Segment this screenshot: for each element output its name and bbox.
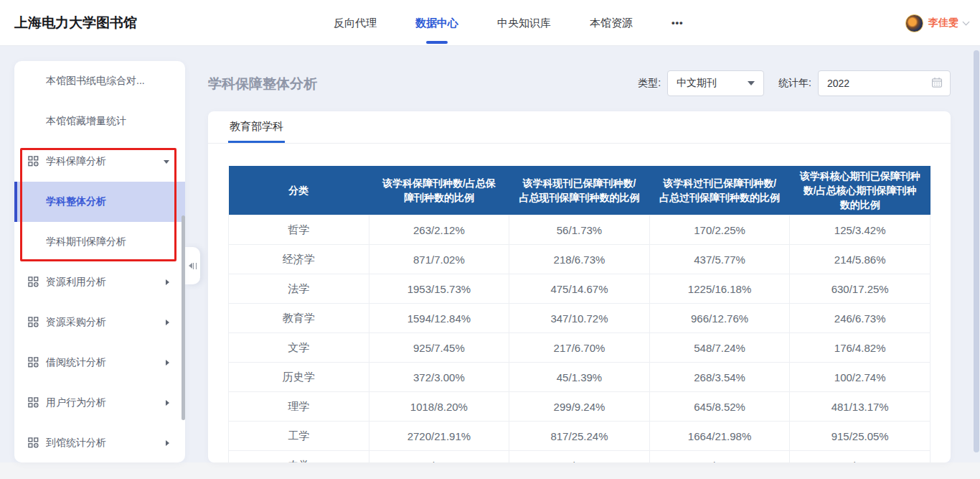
value-cell: 355/4.69% [649,451,790,463]
column-header: 该学科现刊已保障刊种数/占总现刊保障刊种数的比例 [509,166,650,215]
grid-icon [28,357,39,370]
sidebar-item[interactable]: 本馆图书纸电综合对... [14,61,185,101]
value-cell: 630/17.25% [790,274,930,304]
nav-item[interactable]: ••• [652,0,703,46]
value-cell: 645/8.52% [649,392,790,422]
grid-icon [28,437,39,450]
app-title: 上海电力大学图书馆 [14,0,137,46]
nav-item[interactable]: 数据中心 [396,0,478,46]
value-cell: 176/4.82% [790,333,930,363]
value-cell: 548/7.24% [649,333,790,363]
caret-right-icon [166,400,169,406]
value-cell: 268/3.54% [649,363,790,392]
sidebar-item-label: 用户行为分析 [46,396,106,409]
sidebar-item-label: 本馆馆藏增量统计 [46,115,126,128]
caret-right-icon [166,440,169,446]
value-cell: 1225/16.18% [649,274,790,304]
sidebar-scrollbar[interactable] [182,215,185,420]
sidebar-item[interactable]: 学科期刊保障分析 [14,222,185,262]
tab-bar: 教育部学科 [208,111,951,144]
table-row: 工学2720/21.91%817/25.24%1664/21.98%915/25… [229,422,930,451]
type-select[interactable]: 中文期刊 [667,70,764,96]
caret-down-icon [748,81,755,85]
chevron-down-icon [963,18,970,25]
nav-item[interactable]: 中央知识库 [478,0,570,46]
nav-item-label: 本馆资源 [590,17,633,29]
value-cell: 2720/21.91% [369,422,509,451]
category-cell: 经济学 [229,245,369,274]
category-cell: 理学 [229,392,369,422]
sidebar-item[interactable]: 借阅统计分析 [14,343,185,383]
table-header-row: 分类该学科保障刊种数/占总保障刊种数的比例该学科现刊已保障刊种数/占总现刊保障刊… [229,166,930,215]
nav-item-label: 数据中心 [415,17,458,29]
value-cell: 1664/21.98% [649,422,790,451]
value-cell: 231/7.14% [509,451,650,463]
sidebar-item[interactable]: 资源采购分析 [14,302,185,343]
nav-item-label: ••• [672,17,684,28]
sidebar-item[interactable]: 用户行为分析 [14,383,185,423]
nav-item-label: 中央知识库 [497,17,551,29]
sidebar-item-label: 资源采购分析 [46,316,106,329]
sidebar-item[interactable]: 资源利用分析 [14,262,185,302]
content-card: 教育部学科 分类该学科保障刊种数/占总保障刊种数的比例该学科现刊已保障刊种数/占… [208,111,951,462]
value-cell: 871/7.02% [369,245,509,274]
value-cell: 246/6.73% [790,304,930,333]
sidebar-item[interactable]: 学科保障分析 [14,141,185,182]
value-cell: 925/7.45% [369,333,509,363]
sidebar-menu: 本馆图书纸电综合对... 本馆馆藏增量统计 [14,61,185,463]
subject-table-wrap: 分类该学科保障刊种数/占总保障刊种数的比例该学科现刊已保障刊种数/占总现刊保障刊… [228,166,930,462]
sidebar-item-label: 学科保障分析 [46,155,106,168]
sidebar: 本馆图书纸电综合对... 本馆馆藏增量统计 [14,61,185,462]
year-input-value: 2022 [827,78,849,89]
category-cell: 农学 [229,451,369,463]
table-row: 哲学263/2.12%56/1.73%170/2.25%125/3.42% [229,215,930,245]
collapse-sidebar-icon [189,263,197,269]
value-cell: 263/2.12% [369,215,509,245]
caret-down-icon [164,160,169,164]
value-cell: 1018/8.20% [369,392,509,422]
sidebar-item[interactable]: 学科整体分析 [14,182,185,222]
grid-icon [28,317,39,330]
table-row: 经济学871/7.02%218/6.73%437/5.77%214/5.86% [229,245,930,274]
column-header: 分类 [229,166,369,215]
column-header: 该学科过刊已保障刊种数/占总过刊保障刊种数的比例 [649,166,790,215]
year-filter-label: 统计年: [778,77,811,90]
value-cell: 100/2.74% [790,363,930,392]
value-cell: 214/5.86% [790,245,930,274]
value-cell: 56/1.73% [509,215,650,245]
value-cell: 216/5.91% [790,451,930,463]
calendar-icon [931,77,943,90]
caret-right-icon [166,360,169,366]
sidebar-item-label: 本馆图书纸电综合对... [46,75,145,88]
tab-ministry-subjects[interactable]: 教育部学科 [228,111,285,143]
value-cell: 1953/15.73% [369,274,509,304]
sidebar-item[interactable]: 本馆馆藏增量统计 [14,101,185,141]
sidebar-item-label: 学科期刊保障分析 [46,236,126,248]
type-select-value: 中文期刊 [677,77,717,90]
subject-table: 分类该学科保障刊种数/占总保障刊种数的比例该学科现刊已保障刊种数/占总现刊保障刊… [228,166,930,462]
value-cell: 372/3.00% [369,363,509,392]
year-input[interactable]: 2022 [818,70,951,96]
user-menu[interactable]: 李佳雯 [905,0,969,46]
value-cell: 915/25.05% [790,422,930,451]
page-scrollbar[interactable] [974,50,979,452]
sidebar-item-label: 资源利用分析 [46,276,106,289]
value-cell: 45/1.39% [509,363,650,392]
sidebar-collapse-button[interactable] [185,247,200,284]
table-row: 农学639/5.15%231/7.14%355/4.69%216/5.91% [229,451,930,463]
user-name: 李佳雯 [928,17,958,29]
value-cell: 170/2.25% [649,215,790,245]
grid-icon [28,156,39,169]
caret-right-icon [166,279,169,285]
grid-icon [28,397,39,410]
sidebar-item[interactable]: 到馆统计分析 [14,423,185,463]
sidebar-item-label: 借阅统计分析 [46,356,106,369]
table-body: 哲学263/2.12%56/1.73%170/2.25%125/3.42%经济学… [229,215,930,463]
value-cell: 437/5.77% [649,245,790,274]
value-cell: 347/10.72% [509,304,650,333]
nav-item[interactable]: 本馆资源 [570,0,652,46]
value-cell: 475/14.67% [509,274,650,304]
nav-item[interactable]: 反向代理 [314,0,396,46]
value-cell: 218/6.73% [509,245,650,274]
top-header: 上海电力大学图书馆 反向代理 数据中心 中央知识库 本馆资源 ••• 李佳雯 [0,0,980,46]
